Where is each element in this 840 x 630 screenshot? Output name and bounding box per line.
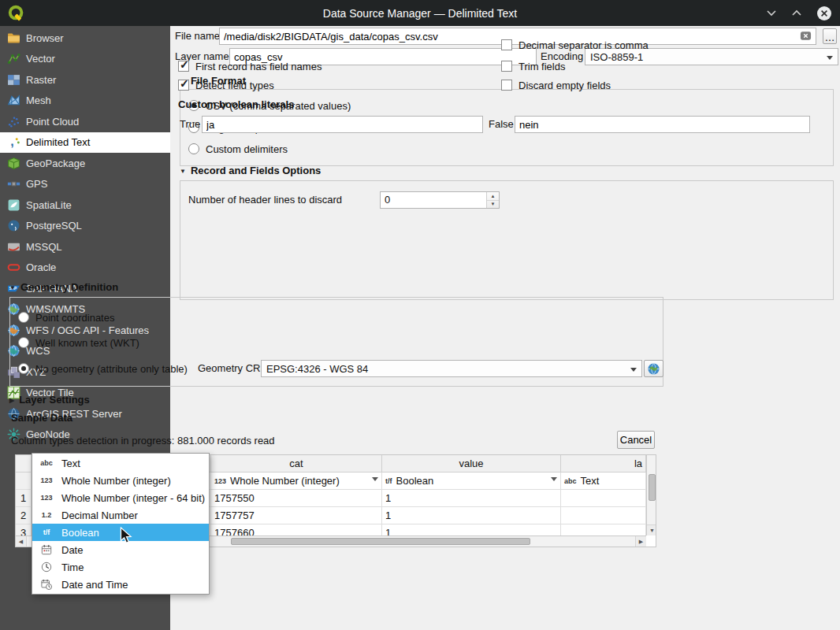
close-icon[interactable]	[816, 6, 832, 21]
sidebar-item-browser[interactable]: Browser	[0, 28, 170, 49]
radio-no-geometry[interactable]: No geometry (attribute only table)	[18, 361, 188, 376]
scroll-right-icon[interactable]: ▶	[635, 536, 646, 547]
mssql-icon	[7, 240, 20, 254]
checkbox-icon	[501, 61, 512, 72]
checkbox-label: First record has field names	[195, 61, 322, 72]
decimal-type-icon: 1.2	[36, 511, 57, 519]
raster-layer-icon	[7, 73, 20, 87]
window-title: Data Source Manager — Delimited Text	[0, 7, 840, 20]
scrollbar-thumb[interactable]	[231, 538, 530, 545]
sidebar-item-delimited-text[interactable]: , Delimited Text	[0, 132, 170, 154]
checkbox-detect-field-types[interactable]: Detect field types	[178, 77, 274, 93]
boolean-type-icon: t/f	[36, 528, 57, 536]
qgis-logo-icon	[8, 5, 25, 22]
record-fields-frame: Number of header lines to discard 0	[180, 180, 834, 300]
checkbox-label: Discard empty fields	[518, 80, 611, 91]
cell-la	[561, 490, 646, 507]
data-source-manager-window: Data Source Manager — Delimited Text Bro…	[0, 0, 840, 630]
sidebar-item-label: Oracle	[26, 261, 56, 273]
radio-wkt[interactable]: Well known text (WKT)	[18, 335, 139, 350]
scroll-left-icon[interactable]: ◀	[16, 536, 27, 547]
text-type-icon: abc	[36, 459, 57, 467]
checkbox-decimal-separator[interactable]: Decimal separator is comma	[501, 37, 649, 53]
cell-cat: 1757550	[211, 490, 382, 507]
sidebar-item-label: GPS	[26, 178, 47, 190]
true-literal-input[interactable]	[202, 116, 483, 133]
sidebar-item-raster[interactable]: Raster	[0, 69, 170, 91]
browse-file-button[interactable]: …	[823, 28, 837, 44]
sidebar-item-gps[interactable]: GPS	[0, 174, 170, 195]
checkbox-icon	[501, 39, 512, 50]
select-crs-button[interactable]	[644, 360, 663, 377]
radio-custom-delimiters[interactable]: Custom delimiters	[188, 141, 288, 157]
checkbox-trim-fields[interactable]: Trim fields	[501, 58, 565, 74]
geometry-crs-combo[interactable]: EPSG:4326 - WGS 84	[261, 360, 642, 377]
shade-chevron-down-icon[interactable]	[766, 9, 777, 17]
dropdown-item-whole-number[interactable]: 123 Whole Number (integer)	[32, 472, 209, 489]
false-literal-input[interactable]	[515, 116, 810, 133]
type-combo-cat[interactable]: 123 Whole Number (integer)	[211, 472, 382, 490]
maximize-chevron-up-icon[interactable]	[791, 9, 802, 17]
gps-satellite-icon	[7, 177, 20, 191]
sidebar-item-label: Delimited Text	[26, 136, 90, 148]
header-lines-spinbox[interactable]: 0	[380, 191, 500, 209]
dropdown-item-label: Whole Number (integer - 64 bit)	[61, 492, 205, 504]
geometry-definition-header[interactable]: Geometry Definition	[9, 281, 118, 293]
sidebar-item-label: Mesh	[26, 94, 51, 106]
sidebar-item-geopackage[interactable]: GeoPackage	[0, 153, 170, 174]
checkbox-discard-empty-fields[interactable]: Discard empty fields	[501, 77, 611, 93]
sidebar-item-point-cloud[interactable]: Point Cloud	[0, 111, 170, 132]
sidebar-item-mssql[interactable]: MSSQL	[0, 236, 170, 258]
sidebar-item-oracle[interactable]: Oracle	[0, 258, 170, 279]
scrollbar-thumb[interactable]	[649, 474, 656, 501]
type-combo-la[interactable]: abc Text	[561, 472, 646, 490]
field-type-dropdown: abc Text 123 Whole Number (integer) 123 …	[32, 453, 210, 595]
svg-text:,: ,	[10, 135, 13, 148]
dropdown-item-label: Date and Time	[61, 579, 128, 591]
point-cloud-icon	[7, 115, 20, 128]
sidebar-item-spatialite[interactable]: SpatiaLite	[0, 195, 170, 216]
checkbox-first-record-names[interactable]: First record has field names	[178, 58, 322, 74]
sidebar-item-label: Point Cloud	[26, 116, 79, 128]
spin-down-icon[interactable]	[487, 201, 499, 209]
header-lines-label: Number of header lines to discard	[188, 191, 342, 209]
triangle-down-icon	[9, 281, 20, 293]
titlebar[interactable]: Data Source Manager — Delimited Text	[0, 0, 840, 26]
scroll-down-icon[interactable]: ▼	[647, 524, 656, 536]
postgresql-icon	[7, 219, 20, 232]
mesh-layer-icon	[7, 94, 20, 107]
integer-type-icon: 123	[214, 477, 226, 485]
radio-label: Custom delimiters	[206, 143, 288, 155]
delimited-text-icon: ,	[7, 135, 20, 149]
checkbox-label: Decimal separator is comma	[518, 39, 649, 51]
radio-label: No geometry (attribute only table)	[35, 363, 188, 375]
radio-label: Well known text (WKT)	[35, 337, 139, 349]
table-header-la[interactable]: la	[561, 455, 646, 472]
spin-up-icon[interactable]	[487, 192, 499, 201]
calendar-clock-icon	[36, 579, 57, 590]
vertical-scrollbar[interactable]: ▼	[646, 455, 656, 536]
clear-input-icon[interactable]	[800, 30, 812, 42]
record-fields-header[interactable]: Record and Fields Options	[180, 165, 321, 176]
cancel-button[interactable]: Cancel	[617, 431, 655, 449]
radio-point-coordinates[interactable]: Point coordinates	[18, 309, 114, 325]
oracle-icon	[7, 261, 20, 274]
row-number: 2	[16, 507, 32, 524]
cell-value: 1	[382, 507, 561, 524]
dropdown-item-whole-number-64[interactable]: 123 Whole Number (integer - 64 bit)	[32, 489, 209, 506]
sidebar-item-postgresql[interactable]: PostgreSQL	[0, 216, 170, 237]
table-header-cat[interactable]: cat	[211, 455, 382, 472]
layer-settings-header[interactable]: Layer Settings	[9, 394, 90, 406]
integer-type-icon: 123	[36, 476, 57, 484]
sidebar-item-vector[interactable]: Vector	[0, 49, 170, 70]
sidebar-item-label: PostgreSQL	[26, 220, 82, 232]
dropdown-item-date-and-time[interactable]: Date and Time	[32, 576, 209, 593]
dropdown-item-time[interactable]: Time	[32, 558, 209, 576]
table-header-value[interactable]: value	[382, 455, 561, 472]
sidebar-item-label: GeoPackage	[26, 158, 85, 169]
dropdown-item-text[interactable]: abc Text	[32, 454, 209, 472]
type-combo-value[interactable]: t/f Boolean	[382, 472, 561, 490]
sidebar-item-mesh[interactable]: Mesh	[0, 91, 170, 112]
sidebar-item-label: Vector	[26, 53, 55, 65]
dropdown-item-decimal-number[interactable]: 1.2 Decimal Number	[32, 506, 209, 524]
